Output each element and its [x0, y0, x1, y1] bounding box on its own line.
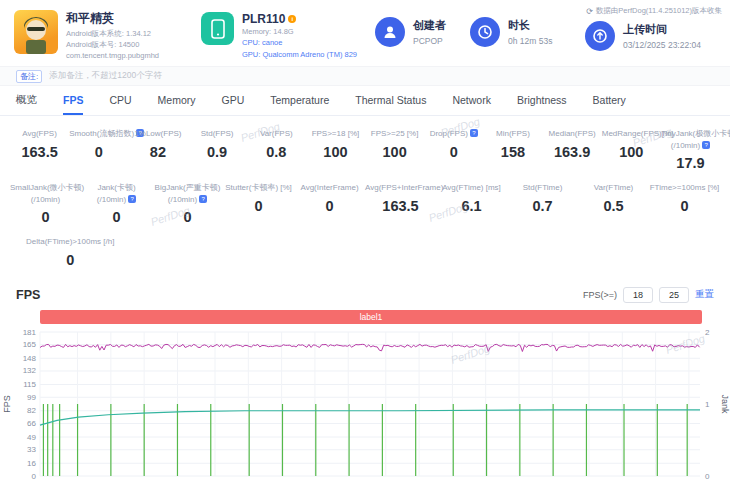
metric-fps-18-%: FPS>=18 [%]100 — [306, 128, 365, 171]
metric-bigjank: BigJank(严重卡顿)(/10min)?0 — [152, 182, 223, 225]
metric-value: 17.9 — [661, 155, 720, 171]
metric-std-ftime: Std(FTime)0.7 — [507, 182, 578, 225]
metric-label: SmallJank(微小卡顿) — [10, 182, 81, 194]
tab-memory[interactable]: Memory — [158, 86, 196, 115]
tab-brightness[interactable]: Brightness — [517, 86, 567, 115]
tab-thermal-status[interactable]: Thermal Status — [355, 86, 426, 115]
upload-time-block: 上传时间 03/12/2025 23:22:04 — [585, 21, 701, 51]
info-icon[interactable]: ? — [702, 141, 710, 149]
metric-1%low-fps: 1%Low(FPS)82 — [128, 128, 187, 171]
metric-value: 163.5 — [10, 144, 69, 160]
metric-value: 82 — [128, 144, 187, 160]
tab-gpu[interactable]: GPU — [222, 86, 245, 115]
metric-var-fps: Var(FPS)0.8 — [247, 128, 306, 171]
duration-label: 时长 — [508, 18, 552, 33]
metric-value: 100 — [365, 144, 424, 160]
metric-label: Avg(FPS+InterFrame) — [365, 182, 436, 194]
metric-var-ftime: Var(FTime)0.5 — [578, 182, 649, 225]
metric-smalljank: SmallJank(微小卡顿)(/10min)0 — [10, 182, 81, 225]
clock-icon — [470, 17, 500, 47]
metric-label: FPS>=25 [%] — [365, 128, 424, 140]
game-summary: 和平精英 Android版本系统: 1.34.12 Android版本号: 14… — [14, 10, 159, 62]
device-cpu: CPU: canoe — [242, 37, 357, 48]
tab-cpu[interactable]: CPU — [109, 86, 131, 115]
metric-value: 100 — [602, 144, 661, 160]
svg-text:181: 181 — [23, 327, 37, 336]
metric-medrange-fps-%: MedRange(FPS)[%]100 — [602, 128, 661, 171]
metric-value: 0 — [649, 198, 720, 214]
metric-label: Avg(InterFrame) — [294, 182, 365, 194]
metric-value: 0 — [26, 252, 114, 268]
creator-value: PCPOP — [413, 36, 446, 46]
svg-text:Jank: Jank — [720, 394, 730, 414]
metric-ftime-100ms-%: FTime>=100ms [%]0 — [649, 182, 720, 225]
metric-value: 0.7 — [507, 198, 578, 214]
tab-network[interactable]: Network — [452, 86, 491, 115]
metric-jank: Jank(卡顿)(/10min)?0 — [81, 182, 152, 225]
fps-threshold-input-1[interactable] — [623, 287, 653, 303]
metric-value: 0.9 — [188, 144, 247, 160]
svg-text:2: 2 — [705, 327, 710, 336]
tab-fps[interactable]: FPS — [63, 86, 83, 115]
info-icon[interactable]: ? — [470, 129, 478, 137]
game-package-name: com.tencent.tmgp.pubgmhd — [66, 51, 159, 62]
fps-section-title: FPS — [16, 288, 40, 302]
metric-value: 158 — [483, 144, 542, 160]
metric-label: TinyJank(极微小卡顿) — [661, 128, 720, 140]
svg-text:FPS: FPS — [2, 395, 12, 413]
metric-value: 163.5 — [365, 198, 436, 214]
svg-text:165: 165 — [23, 340, 37, 349]
metric-value: 0 — [223, 198, 294, 214]
device-memory: Memory: 14.8G — [242, 26, 357, 37]
svg-text:49: 49 — [27, 432, 36, 441]
svg-text:115: 115 — [23, 380, 36, 389]
metric-value: 0 — [69, 144, 128, 160]
metric-label: Drop(FPS)? — [424, 128, 483, 140]
tab-temperature[interactable]: Temperature — [270, 86, 329, 115]
metric-label: Jank(卡顿) — [81, 182, 152, 194]
game-icon — [14, 10, 58, 54]
metric-label: MedRange(FPS)[%] — [602, 128, 661, 140]
metric-sublabel: (/10min) — [10, 194, 81, 206]
svg-text:16: 16 — [27, 459, 36, 468]
device-gpu: GPU: Qualcomm Adreno (TM) 829 — [242, 49, 357, 60]
metric-label: Var(FPS) — [247, 128, 306, 140]
metric-smooth: Smooth(流畅指数)?0 — [69, 128, 128, 171]
game-build-number: Android版本号: 14500 — [66, 40, 159, 51]
metric-tinyjank: TinyJank(极微小卡顿)(/10min)?17.9 — [661, 128, 720, 171]
metric-avg-fps-interframe: Avg(FPS+InterFrame)163.5 — [365, 182, 436, 225]
duration-value: 0h 12m 53s — [508, 36, 552, 46]
info-icon[interactable]: ? — [199, 195, 207, 203]
creator-block: 创建者 PCPOP — [375, 17, 446, 47]
chart-legend-label1[interactable]: label1 — [40, 310, 702, 324]
metric-label: Var(FTime) — [578, 182, 649, 194]
metric-value: 0 — [424, 144, 483, 160]
metric-label: BigJank(严重卡顿) — [152, 182, 223, 194]
duration-block: 时长 0h 12m 53s — [470, 17, 552, 47]
fps-threshold-input-2[interactable] — [659, 287, 689, 303]
device-model: PLR110 — [242, 12, 285, 26]
metric-label: Stutter(卡顿率) [%] — [223, 182, 294, 194]
info-icon[interactable]: ? — [128, 195, 136, 203]
game-title: 和平精英 — [66, 10, 159, 27]
refresh-icon: ⟳ — [586, 7, 593, 16]
fps-threshold-label: FPS(>=) — [583, 290, 617, 300]
reset-button[interactable]: 重置 — [695, 288, 714, 301]
tab-bar: 概览FPSCPUMemoryGPUTemperatureThermal Stat… — [0, 86, 730, 116]
tab-battery[interactable]: Battery — [593, 86, 626, 115]
metric-stutter-%: Stutter(卡顿率) [%]0 — [223, 182, 294, 225]
metric-label: Avg(FPS) — [10, 128, 69, 140]
device-info-badge[interactable]: i — [288, 15, 296, 23]
svg-text:99: 99 — [27, 393, 36, 402]
metric-min-fps: Min(FPS)158 — [483, 128, 542, 171]
collector-version-text: 数据由PerfDog(11.4.251012)版本收集 — [596, 6, 722, 16]
metric-delta-ftime-100ms-h: Delta(FTime)>100ms [/h]0 — [10, 236, 130, 268]
metric-sublabel: (/10min)? — [152, 194, 223, 206]
metric-std-fps: Std(FPS)0.9 — [188, 128, 247, 171]
note-input[interactable]: 添加备注，不超过1200个字符 — [49, 70, 161, 82]
upload-time-label: 上传时间 — [623, 22, 701, 37]
tab-概览[interactable]: 概览 — [16, 86, 37, 115]
metric-fps-25-%: FPS>=25 [%]100 — [365, 128, 424, 171]
metric-drop-fps: Drop(FPS)?0 — [424, 128, 483, 171]
report-header: ⟳ 数据由PerfDog(11.4.251012)版本收集 和平精英 Andro… — [0, 0, 730, 66]
